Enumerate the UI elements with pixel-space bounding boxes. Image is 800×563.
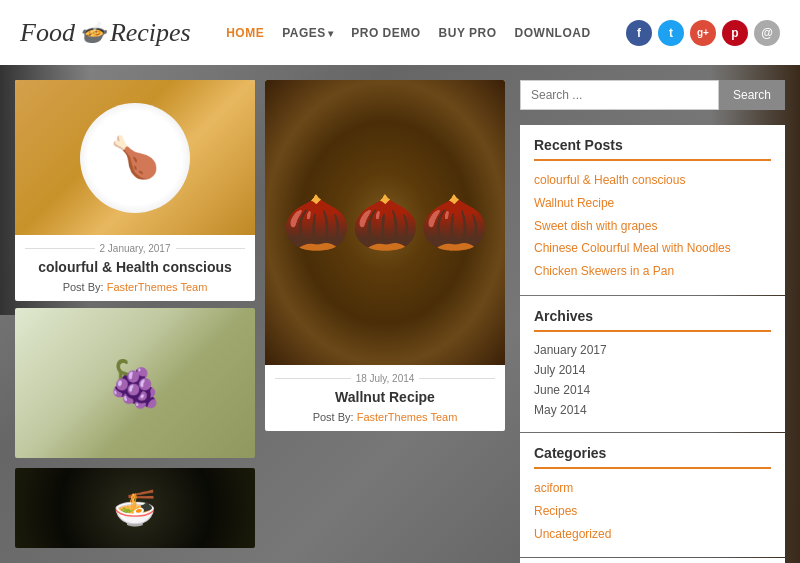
walnut-image: 🌰🌰🌰	[265, 80, 505, 365]
search-widget: Search	[520, 80, 785, 110]
walnut-title: Wallnut Recipe	[275, 389, 495, 405]
chicken-meta: 2 January, 2017 colourful & Health consc…	[15, 235, 255, 301]
twitter-icon[interactable]: t	[658, 20, 684, 46]
email-icon[interactable]: @	[754, 20, 780, 46]
meta-widget: Meta Log in	[520, 558, 785, 563]
nav-buy-pro[interactable]: BUY PRO	[439, 26, 497, 40]
pinterest-icon[interactable]: p	[722, 20, 748, 46]
noodles-image: 🍜	[15, 468, 255, 548]
content-area: 2 January, 2017 colourful & Health consc…	[0, 65, 800, 563]
recent-post-2[interactable]: Wallnut Recipe	[534, 192, 771, 215]
walnut-meta: 18 July, 2014 Wallnut Recipe Post By: Fa…	[265, 365, 505, 431]
chicken-title: colourful & Health conscious	[25, 259, 245, 275]
categories-title: Categories	[534, 445, 771, 469]
nav-pro-demo[interactable]: PRO DEMO	[351, 26, 420, 40]
post-card-noodles: 🍜	[15, 468, 255, 548]
post-card-grapes: 🍇	[15, 308, 255, 458]
walnut-emoji2: 🌰	[351, 190, 420, 255]
archive-3: June 2014	[534, 380, 771, 400]
walnut-author-link[interactable]: FasterThemes Team	[357, 411, 458, 423]
main-nav: HOME PAGES PRO DEMO BUY PRO DOWNLOAD	[226, 26, 590, 40]
search-input[interactable]	[520, 80, 719, 110]
chicken-author-prefix: Post By:	[63, 281, 104, 293]
logo-text-food: Food	[20, 18, 75, 48]
archive-2: July 2014	[534, 360, 771, 380]
walnut-date: 18 July, 2014	[275, 373, 495, 384]
walnut-emoji3: 🌰	[420, 190, 489, 255]
social-icons: f t g+ p @	[626, 20, 780, 46]
recent-posts-title: Recent Posts	[534, 137, 771, 161]
recent-posts-widget: Recent Posts colourful & Health consciou…	[520, 125, 785, 295]
chicken-author-link[interactable]: FasterThemes Team	[107, 281, 208, 293]
google-plus-icon[interactable]: g+	[690, 20, 716, 46]
logo-icon: 🍲	[79, 20, 106, 46]
chicken-date: 2 January, 2017	[25, 243, 245, 254]
grapes-emoji: 🍇	[107, 357, 163, 410]
main-content: 2 January, 2017 colourful & Health consc…	[0, 65, 800, 563]
walnut-author-line: Post By: FasterThemes Team	[275, 411, 495, 423]
posts-column: 2 January, 2017 colourful & Health consc…	[15, 80, 505, 548]
recent-post-1[interactable]: colourful & Health conscious	[534, 169, 771, 192]
sidebar: Search Recent Posts colourful & Health c…	[520, 80, 785, 548]
search-button[interactable]: Search	[719, 80, 785, 110]
walnut-emoji: 🌰	[282, 190, 351, 255]
noodles-emoji: 🍜	[113, 488, 157, 529]
nav-pages[interactable]: PAGES	[282, 26, 333, 40]
header: Food 🍲 Recipes HOME PAGES PRO DEMO BUY P…	[0, 0, 800, 65]
categories-widget: Categories aciform Recipes Uncategorized	[520, 433, 785, 557]
recent-post-3[interactable]: Sweet dish with grapes	[534, 215, 771, 238]
chicken-author-line: Post By: FasterThemes Team	[25, 281, 245, 293]
category-2[interactable]: Recipes	[534, 500, 771, 523]
recent-post-4[interactable]: Chinese Colourful Meal with Noodles	[534, 237, 771, 260]
logo: Food 🍲 Recipes	[20, 18, 191, 48]
walnut-author-prefix: Post By:	[313, 411, 354, 423]
nav-download[interactable]: DOWNLOAD	[515, 26, 591, 40]
archives-widget: Archives January 2017 July 2014 June 201…	[520, 296, 785, 432]
post-card-walnut: 🌰🌰🌰 18 July, 2014 Wallnut Recipe Post By…	[265, 80, 505, 431]
plate	[80, 103, 190, 213]
archives-title: Archives	[534, 308, 771, 332]
grapes-image: 🍇	[15, 308, 255, 458]
nav-home[interactable]: HOME	[226, 26, 264, 40]
recent-post-5[interactable]: Chicken Skewers in a Pan	[534, 260, 771, 283]
post-card-chicken: 2 January, 2017 colourful & Health consc…	[15, 80, 255, 301]
chicken-image	[15, 80, 255, 235]
archive-4: May 2014	[534, 400, 771, 420]
category-1[interactable]: aciform	[534, 477, 771, 500]
category-3[interactable]: Uncategorized	[534, 523, 771, 546]
logo-text-recipes: Recipes	[110, 18, 191, 48]
facebook-icon[interactable]: f	[626, 20, 652, 46]
archive-1: January 2017	[534, 340, 771, 360]
